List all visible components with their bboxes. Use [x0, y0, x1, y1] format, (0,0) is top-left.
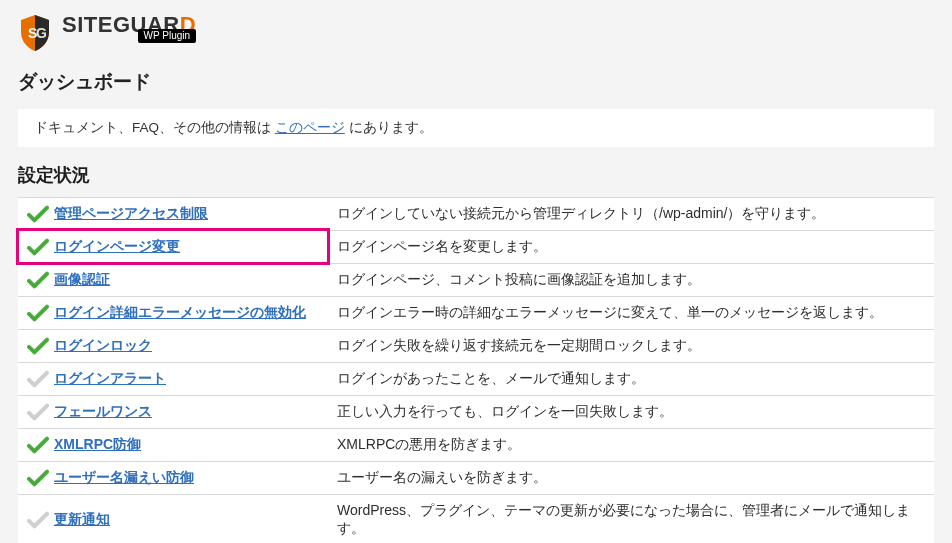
table-row: フェールワンス正しい入力を行っても、ログインを一回失敗します。 [18, 395, 934, 428]
table-row: ログインアラートログインがあったことを、メールで通知します。 [18, 362, 934, 395]
check-enabled-icon [27, 337, 49, 355]
setting-admin-page-restrict-desc: ログインしていない接続元から管理ディレクトリ（/wp-admin/）を守ります。 [328, 197, 934, 230]
table-row: 更新通知WordPress、プラグイン、テーマの更新が必要になった場合に、管理者… [18, 494, 934, 543]
check-enabled-icon [27, 436, 49, 454]
setting-login-lock-cell: ログインロック [18, 329, 328, 362]
table-row: 管理ページアクセス制限ログインしていない接続元から管理ディレクトリ（/wp-ad… [18, 197, 934, 230]
setting-captcha-desc: ログインページ、コメント投稿に画像認証を追加します。 [328, 263, 934, 296]
setting-login-lock-desc: ログイン失敗を繰り返す接続元を一定期間ロックします。 [328, 329, 934, 362]
check-enabled-icon [27, 469, 49, 487]
check-disabled-icon [27, 403, 49, 421]
setting-rename-login-cell: ログインページ変更 [18, 230, 328, 263]
table-row: XMLRPC防御XMLRPCの悪用を防ぎます。 [18, 428, 934, 461]
setting-login-alert-link[interactable]: ログインアラート [54, 370, 166, 388]
info-link[interactable]: このページ [275, 120, 345, 135]
check-enabled-icon [27, 205, 49, 223]
table-row: ログインページ変更ログインページ名を変更します。 [18, 230, 934, 263]
check-disabled-icon [27, 511, 49, 529]
setting-login-lock-link[interactable]: ログインロック [54, 337, 152, 355]
table-row: ログイン詳細エラーメッセージの無効化ログインエラー時の詳細なエラーメッセージに変… [18, 296, 934, 329]
check-enabled-icon [27, 304, 49, 322]
setting-rename-login-desc: ログインページ名を変更します。 [328, 230, 934, 263]
setting-xmlrpc-cell: XMLRPC防御 [18, 428, 328, 461]
check-enabled-icon [27, 271, 49, 289]
setting-admin-page-restrict-link[interactable]: 管理ページアクセス制限 [54, 205, 208, 223]
setting-username-leak-link[interactable]: ユーザー名漏えい防御 [54, 469, 194, 487]
page-title: ダッシュボード [18, 69, 934, 95]
setting-xmlrpc-link[interactable]: XMLRPC防御 [54, 436, 141, 454]
setting-update-notify-link[interactable]: 更新通知 [54, 511, 110, 529]
shield-icon: S G [18, 13, 52, 53]
setting-fail-once-desc: 正しい入力を行っても、ログインを一回失敗します。 [328, 395, 934, 428]
svg-text:G: G [36, 25, 47, 41]
setting-admin-page-restrict-cell: 管理ページアクセス制限 [18, 197, 328, 230]
setting-captcha-link[interactable]: 画像認証 [54, 271, 110, 289]
setting-fail-once-cell: フェールワンス [18, 395, 328, 428]
table-row: 画像認証ログインページ、コメント投稿に画像認証を追加します。 [18, 263, 934, 296]
settings-table: 管理ページアクセス制限ログインしていない接続元から管理ディレクトリ（/wp-ad… [18, 197, 934, 544]
setting-disable-login-error-cell: ログイン詳細エラーメッセージの無効化 [18, 296, 328, 329]
check-disabled-icon [27, 370, 49, 388]
setting-login-alert-cell: ログインアラート [18, 362, 328, 395]
setting-username-leak-desc: ユーザー名の漏えいを防ぎます。 [328, 461, 934, 494]
status-heading: 設定状況 [18, 163, 934, 187]
setting-username-leak-cell: ユーザー名漏えい防御 [18, 461, 328, 494]
check-enabled-icon [27, 238, 49, 256]
setting-login-alert-desc: ログインがあったことを、メールで通知します。 [328, 362, 934, 395]
setting-fail-once-link[interactable]: フェールワンス [54, 403, 152, 421]
logo-subtitle: WP Plugin [138, 29, 197, 43]
setting-xmlrpc-desc: XMLRPCの悪用を防ぎます。 [328, 428, 934, 461]
table-row: ログインロックログイン失敗を繰り返す接続元を一定期間ロックします。 [18, 329, 934, 362]
logo: S G SITEGUARD WP Plugin [18, 12, 934, 55]
info-box: ドキュメント、FAQ、その他の情報は このページ にあります。 [18, 109, 934, 147]
setting-disable-login-error-link[interactable]: ログイン詳細エラーメッセージの無効化 [54, 304, 306, 322]
setting-disable-login-error-desc: ログインエラー時の詳細なエラーメッセージに変えて、単一のメッセージを返します。 [328, 296, 934, 329]
setting-captcha-cell: 画像認証 [18, 263, 328, 296]
table-row: ユーザー名漏えい防御ユーザー名の漏えいを防ぎます。 [18, 461, 934, 494]
setting-rename-login-link[interactable]: ログインページ変更 [54, 238, 180, 256]
setting-update-notify-desc: WordPress、プラグイン、テーマの更新が必要になった場合に、管理者にメール… [328, 494, 934, 543]
setting-update-notify-cell: 更新通知 [18, 494, 328, 543]
